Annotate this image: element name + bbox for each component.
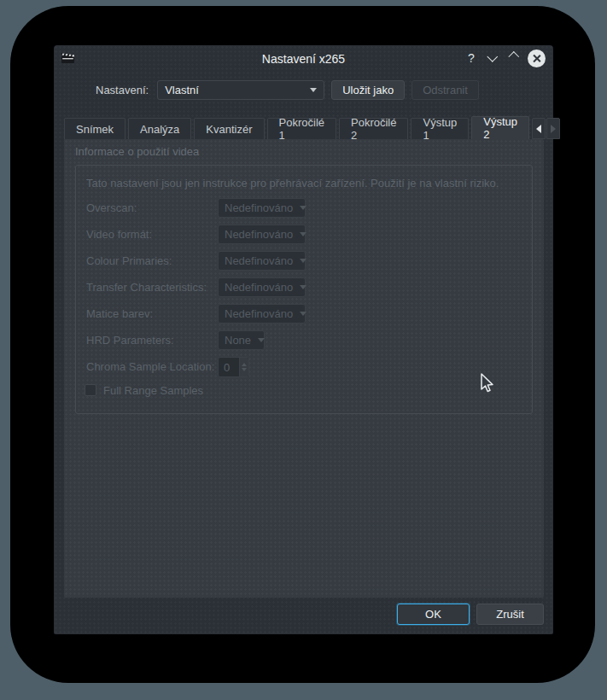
spin-up-icon bbox=[242, 363, 247, 366]
help-button[interactable]: ? bbox=[464, 50, 479, 66]
tab-vystup-2[interactable]: Výstup 2 bbox=[471, 116, 529, 139]
spinner-buttons bbox=[239, 358, 248, 376]
tab-snimek[interactable]: Snímek bbox=[64, 118, 125, 139]
full-range-samples-checkbox bbox=[85, 384, 96, 396]
preset-row: Nastavení: Vlastní Uložit jako Odstranit bbox=[54, 79, 553, 100]
chevron-down-icon bbox=[300, 259, 306, 263]
groupbox-title: Informace o použití videa bbox=[75, 145, 199, 158]
dialog-footer: OK Zrušit bbox=[397, 604, 544, 625]
close-button[interactable] bbox=[528, 50, 546, 67]
colour-primaries-select: Nedefinováno bbox=[218, 251, 306, 271]
close-icon bbox=[533, 55, 540, 62]
chevron-up-icon bbox=[508, 51, 519, 62]
colour-matrix-select: Nedefinováno bbox=[218, 304, 306, 324]
titlebar[interactable]: Nastavení x265 ? bbox=[54, 45, 553, 71]
spin-down-icon bbox=[242, 368, 247, 371]
chevron-down-icon bbox=[487, 51, 498, 62]
maximize-button[interactable] bbox=[506, 50, 522, 66]
chevron-down-icon bbox=[300, 232, 306, 236]
save-as-button[interactable]: Uložit jako bbox=[331, 80, 405, 100]
chevron-down-icon bbox=[300, 206, 306, 210]
chroma-sample-location-spinner: 0 bbox=[218, 357, 249, 377]
transfer-characteristics-select: Nedefinováno bbox=[218, 277, 306, 297]
ok-button[interactable]: OK bbox=[397, 604, 470, 625]
overscan-select: Nedefinováno bbox=[218, 198, 306, 218]
usage-note-text: Tato nastavení jsou jen instrukce pro př… bbox=[86, 177, 518, 190]
tab-pane-vystup-2: Informace o použití videa Tato nastavení… bbox=[64, 139, 544, 598]
desktop-background: Nastavení x265 ? Nastavení: Vlastn bbox=[0, 0, 607, 700]
triangle-right-icon bbox=[551, 125, 556, 133]
full-range-samples-row: Full Range Samples bbox=[85, 383, 203, 397]
tab-pokrocile-2[interactable]: Pokročilé 2 bbox=[339, 118, 408, 139]
preset-label: Nastavení: bbox=[96, 84, 149, 96]
x265-settings-dialog: Nastavení x265 ? Nastavení: Vlastn bbox=[54, 45, 553, 634]
chevron-down-icon bbox=[300, 312, 306, 316]
mouse-cursor bbox=[479, 372, 496, 396]
preset-select-value: Vlastní bbox=[165, 84, 199, 96]
hrd-parameters-select: None bbox=[218, 330, 265, 350]
tab-scroll-right-button bbox=[546, 118, 560, 139]
chevron-down-icon bbox=[310, 88, 317, 92]
tab-bar: Snímek Analýza Kvantizér Pokročilé 1 Pok… bbox=[64, 116, 544, 139]
shade-button[interactable] bbox=[485, 50, 500, 66]
tab-analyza[interactable]: Analýza bbox=[128, 118, 191, 139]
remove-preset-button: Odstranit bbox=[411, 80, 479, 100]
tab-scroll-left-button[interactable] bbox=[532, 118, 546, 139]
triangle-left-icon bbox=[536, 125, 541, 133]
tab-vystup-1[interactable]: Výstup 1 bbox=[411, 118, 469, 139]
tab-pokrocile-1[interactable]: Pokročilé 1 bbox=[267, 118, 336, 139]
chevron-down-icon bbox=[258, 338, 265, 342]
cancel-button[interactable]: Zrušit bbox=[476, 604, 544, 625]
chevron-down-icon bbox=[300, 285, 306, 289]
tab-kvantizer[interactable]: Kvantizér bbox=[194, 118, 264, 139]
video-format-select: Nedefinováno bbox=[218, 225, 306, 244]
preset-select[interactable]: Vlastní bbox=[157, 80, 324, 100]
